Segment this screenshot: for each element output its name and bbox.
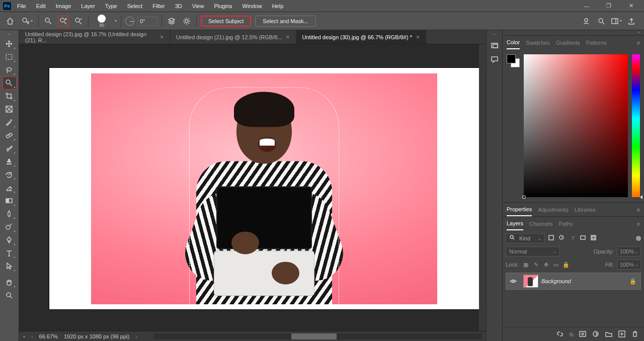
properties-panel-menu[interactable]: ≡ xyxy=(637,207,640,213)
tab-color[interactable]: Color xyxy=(507,36,520,49)
tab-channels[interactable]: Channels xyxy=(529,218,552,230)
fill-input[interactable]: 100%⌄ xyxy=(617,260,641,270)
workspace-switcher[interactable]: ▾ xyxy=(611,16,622,27)
tab-patterns[interactable]: Patterns xyxy=(586,37,607,49)
opacity-input[interactable]: 100%⌄ xyxy=(617,246,641,257)
foreground-color-swatch[interactable] xyxy=(507,54,516,63)
layer-effects-button[interactable]: fx xyxy=(569,331,574,337)
panel-collapse-grip[interactable]: » xyxy=(503,30,644,35)
document-tab-close[interactable]: × xyxy=(286,34,290,41)
document-tab[interactable]: Untitled design (23).jpg @ 16.7% (Untitl… xyxy=(19,30,170,44)
filter-smart-icon[interactable] xyxy=(590,234,598,242)
tab-paths[interactable]: Paths xyxy=(559,218,573,230)
select-and-mask-button[interactable]: Select and Mask... xyxy=(255,16,316,27)
healing-brush-tool[interactable] xyxy=(3,129,17,142)
layer-mask-button[interactable] xyxy=(579,330,587,339)
vertical-scrollbar[interactable] xyxy=(479,44,486,331)
foreground-background-swatches[interactable] xyxy=(507,54,520,67)
search-button[interactable] xyxy=(596,16,607,27)
menu-view[interactable]: View xyxy=(188,2,208,11)
brush-angle-control[interactable] xyxy=(125,17,157,26)
tab-properties[interactable]: Properties xyxy=(507,203,532,216)
comments-panel-icon[interactable] xyxy=(489,54,500,65)
layer-thumbnail[interactable] xyxy=(523,275,538,288)
color-field-cursor[interactable] xyxy=(522,195,526,199)
status-chevron[interactable]: › xyxy=(135,333,137,339)
lock-all-icon[interactable]: 🔒 xyxy=(562,262,570,268)
menu-filter[interactable]: Filter xyxy=(148,2,169,11)
layer-name[interactable]: Background xyxy=(541,278,571,284)
menu-edit[interactable]: Edit xyxy=(32,2,50,11)
status-chevron[interactable]: › xyxy=(31,333,33,339)
zoom-tool[interactable] xyxy=(3,289,17,302)
document-tab-close[interactable]: × xyxy=(160,34,164,41)
crop-tool[interactable] xyxy=(3,90,17,103)
quick-selection-tool[interactable] xyxy=(3,76,17,90)
marquee-tool[interactable] xyxy=(3,50,17,63)
color-panel-menu[interactable]: ≡ xyxy=(637,40,640,46)
filter-toggle-switch[interactable] xyxy=(636,236,641,241)
filter-type-icon[interactable]: T xyxy=(569,234,577,242)
group-layers-button[interactable] xyxy=(605,330,613,339)
lock-pixels-icon[interactable]: ✎ xyxy=(532,262,540,268)
menu-3d[interactable]: 3D xyxy=(171,2,186,11)
layer-row[interactable]: Background 🔒 xyxy=(506,273,641,290)
tool-preset-picker[interactable]: ▾ xyxy=(20,16,34,27)
path-selection-tool[interactable] xyxy=(3,260,17,273)
menu-file[interactable]: File xyxy=(13,2,30,11)
brush-size-picker[interactable]: 30 xyxy=(93,15,111,28)
pen-tool[interactable] xyxy=(3,233,17,246)
color-field[interactable] xyxy=(524,54,628,197)
document-tab[interactable]: Untitled design (21).jpg @ 12.5% (RGB/8.… xyxy=(170,30,296,44)
hue-slider-thumb[interactable] xyxy=(640,195,642,199)
window-restore[interactable]: ❐ xyxy=(599,1,619,11)
canvas-scroll-area[interactable] xyxy=(19,44,479,331)
add-to-selection-button[interactable] xyxy=(58,16,69,27)
sample-all-layers-toggle[interactable] xyxy=(166,16,177,27)
history-panel-icon[interactable] xyxy=(489,40,500,51)
horizontal-scrollbar-thumb[interactable] xyxy=(291,333,337,339)
cloud-docs-button[interactable] xyxy=(581,16,592,27)
tab-layers[interactable]: Layers xyxy=(507,217,523,230)
move-tool[interactable] xyxy=(3,37,17,50)
blur-tool[interactable] xyxy=(3,207,17,220)
clone-stamp-tool[interactable] xyxy=(3,155,17,168)
tab-adjustments[interactable]: Adjustments xyxy=(538,204,569,216)
new-selection-button[interactable] xyxy=(43,16,54,27)
lock-artboard-icon[interactable]: ▭ xyxy=(552,262,560,268)
document-dimensions[interactable]: 1920 px x 1080 px (96 ppi) xyxy=(64,333,129,339)
document-tab[interactable]: Untitled design (30).jpg @ 66.7% (RGB/8#… xyxy=(296,30,426,44)
share-button[interactable] xyxy=(626,16,637,27)
eraser-tool[interactable] xyxy=(3,181,17,194)
frame-tool[interactable] xyxy=(3,103,17,116)
menu-select[interactable]: Select xyxy=(123,2,147,11)
horizontal-scrollbar[interactable] xyxy=(153,333,482,339)
filter-pixel-icon[interactable] xyxy=(548,234,556,242)
brush-angle-input[interactable] xyxy=(137,17,157,26)
gradient-tool[interactable] xyxy=(3,194,17,207)
menu-help[interactable]: Help xyxy=(268,2,288,11)
eyedropper-tool[interactable] xyxy=(3,116,17,129)
adjustment-layer-button[interactable] xyxy=(592,330,600,339)
type-tool[interactable] xyxy=(3,246,17,260)
lasso-tool[interactable] xyxy=(3,63,17,76)
document-tab-close[interactable]: × xyxy=(416,34,420,41)
panel-expand-grip[interactable]: « xyxy=(493,32,495,37)
hand-tool[interactable] xyxy=(3,276,17,289)
layers-panel-menu[interactable]: ≡ xyxy=(637,221,640,227)
layer-filter-type[interactable]: Kind ⌄ xyxy=(506,233,545,243)
new-layer-button[interactable] xyxy=(618,330,626,339)
delete-layer-button[interactable] xyxy=(631,330,639,339)
menu-type[interactable]: Type xyxy=(101,2,121,11)
window-minimize[interactable]: — xyxy=(577,2,597,11)
menu-layer[interactable]: Layer xyxy=(77,2,99,11)
hue-slider[interactable] xyxy=(632,54,640,197)
dodge-tool[interactable] xyxy=(3,220,17,233)
menu-plugins[interactable]: Plugins xyxy=(210,2,236,11)
window-close[interactable]: ✕ xyxy=(621,1,641,11)
brush-tool[interactable] xyxy=(3,142,17,155)
layer-visibility-toggle[interactable] xyxy=(506,277,520,285)
tab-gradients[interactable]: Gradients xyxy=(556,37,580,49)
enhance-edge-toggle[interactable] xyxy=(181,16,192,27)
select-subject-button[interactable]: Select Subject xyxy=(201,16,251,27)
